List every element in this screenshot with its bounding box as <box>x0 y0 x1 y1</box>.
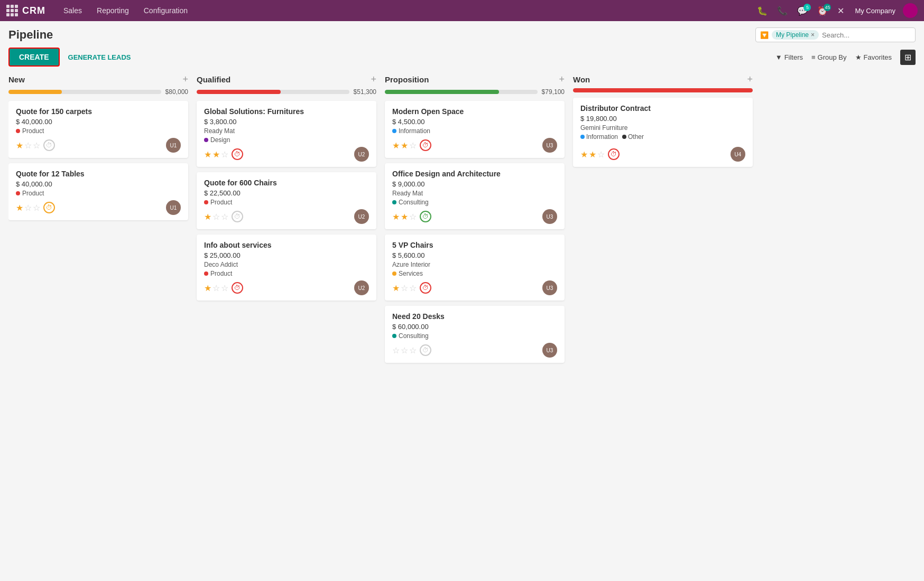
card-stars[interactable]: ★★☆ <box>392 140 417 151</box>
kanban-col-qualified: Qualified + $51,300 Global Solutions: Fu… <box>197 74 376 368</box>
card-stars[interactable]: ★★☆ <box>580 149 605 160</box>
favorites-button[interactable]: ★ Favorites <box>855 53 892 61</box>
clock-icon[interactable]: ⏰ 45 <box>814 4 831 18</box>
star-empty[interactable]: ☆ <box>24 140 32 151</box>
progress-fill-proposition <box>385 90 499 94</box>
star-empty[interactable]: ☆ <box>24 203 32 213</box>
card-stars[interactable]: ☆☆☆ <box>392 345 417 355</box>
activity-icon-green[interactable]: ⏱ <box>420 211 431 222</box>
col-add-won[interactable]: + <box>747 74 753 85</box>
star-empty[interactable]: ☆ <box>33 140 40 151</box>
tag-label: Services <box>399 270 423 277</box>
star-filled[interactable]: ★ <box>401 140 408 151</box>
filters-button[interactable]: ▼ Filters <box>775 53 803 61</box>
star-filled[interactable]: ★ <box>204 149 211 160</box>
apps-grid-icon[interactable] <box>6 5 18 16</box>
card-stars[interactable]: ★★☆ <box>204 149 228 160</box>
card-title: Distributor Contract <box>580 104 745 113</box>
card-title: 5 VP Chairs <box>392 241 557 249</box>
user-avatar[interactable] <box>903 3 918 18</box>
star-filled[interactable]: ★ <box>16 203 23 213</box>
kanban-card[interactable]: Quote for 600 Chairs $ 22,500.00 Product… <box>197 172 376 229</box>
star-empty[interactable]: ☆ <box>409 345 417 355</box>
star-filled[interactable]: ★ <box>580 149 588 160</box>
activity-icon-red[interactable]: ⏱ <box>232 148 243 160</box>
debug-icon[interactable]: 🐛 <box>754 4 771 18</box>
search-bar[interactable]: 🔽 My Pipeline × <box>755 27 916 42</box>
star-filled[interactable]: ★ <box>392 212 400 222</box>
star-empty[interactable]: ☆ <box>409 283 417 293</box>
phone-icon[interactable]: 📞 <box>774 4 791 18</box>
activity-icon-red[interactable]: ⏱ <box>608 148 620 160</box>
star-filled[interactable]: ★ <box>204 283 211 293</box>
kanban-card[interactable]: Modern Open Space $ 4,500.00 Information… <box>385 101 565 158</box>
toolbar: CREATE GENERATE LEADS ▼ Filters ≡ Group … <box>8 48 916 67</box>
generate-leads-button[interactable]: GENERATE LEADS <box>68 53 131 61</box>
star-empty[interactable]: ☆ <box>212 283 220 293</box>
card-stars[interactable]: ★☆☆ <box>204 212 228 222</box>
star-filled[interactable]: ★ <box>392 140 400 151</box>
star-empty[interactable]: ☆ <box>33 203 40 213</box>
card-stars[interactable]: ★☆☆ <box>16 140 40 151</box>
card-tag: Information <box>580 133 618 140</box>
card-title: Info about services <box>204 241 369 249</box>
star-filled[interactable]: ★ <box>589 149 596 160</box>
col-add-proposition[interactable]: + <box>559 74 565 85</box>
col-add-qualified[interactable]: + <box>371 74 376 85</box>
card-tag: Consulting <box>392 332 557 340</box>
star-empty[interactable]: ☆ <box>597 149 605 160</box>
kanban-view-button[interactable]: ⊞ <box>900 50 916 65</box>
kanban-card[interactable]: Distributor Contract $ 19,800.00 Gemini … <box>573 98 753 167</box>
main-menu: Sales Reporting Configuration <box>56 0 195 21</box>
chat-icon[interactable]: 💬 5 <box>794 4 811 18</box>
kanban-card[interactable]: Quote for 150 carpets $ 40,000.00 Produc… <box>8 101 188 158</box>
filter-tag-remove[interactable]: × <box>811 31 815 39</box>
star-empty[interactable]: ☆ <box>409 140 417 151</box>
kanban-card[interactable]: 5 VP Chairs $ 5,600.00 Azure Interior Se… <box>385 235 565 301</box>
groupby-button[interactable]: ≡ Group By <box>811 53 847 61</box>
card-amount: $ 4,500.00 <box>392 118 557 126</box>
kanban-card[interactable]: Quote for 12 Tables $ 40,000.00 Product … <box>8 163 188 220</box>
star-filled[interactable]: ★ <box>212 149 220 160</box>
col-add-new[interactable]: + <box>182 74 188 85</box>
kanban-card[interactable]: Info about services $ 25,000.00 Deco Add… <box>197 235 376 301</box>
star-empty[interactable]: ☆ <box>409 212 417 222</box>
star-empty[interactable]: ☆ <box>212 212 220 222</box>
col-header-proposition: Proposition + <box>385 74 565 85</box>
create-button[interactable]: CREATE <box>8 48 60 67</box>
star-filled[interactable]: ★ <box>401 212 408 222</box>
star-filled[interactable]: ★ <box>392 283 400 293</box>
activity-icon-gold[interactable]: ⏱ <box>43 202 55 213</box>
activity-icon-red[interactable]: ⏱ <box>420 139 431 151</box>
star-filled[interactable]: ★ <box>16 140 23 151</box>
kanban-board: New + $80,000 Quote for 150 carpets $ 40… <box>8 74 916 368</box>
activity-icon-red[interactable]: ⏱ <box>420 282 431 294</box>
nav-sales[interactable]: Sales <box>56 0 89 21</box>
card-stars[interactable]: ★★☆ <box>392 212 417 222</box>
card-title: Office Design and Architecture <box>392 170 557 178</box>
brand-logo[interactable]: CRM <box>22 5 45 16</box>
col-title-new: New <box>8 75 25 84</box>
company-name[interactable]: My Company <box>855 7 895 15</box>
kanban-card[interactable]: Need 20 Desks $ 60,000.00 Consulting ☆☆☆… <box>385 306 565 363</box>
kanban-card[interactable]: Global Solutions: Furnitures $ 3,800.00 … <box>197 101 376 167</box>
nav-reporting[interactable]: Reporting <box>89 0 136 21</box>
card-stars[interactable]: ★☆☆ <box>204 283 228 293</box>
star-empty[interactable]: ☆ <box>401 283 408 293</box>
card-company: Azure Interior <box>392 261 557 268</box>
star-empty[interactable]: ☆ <box>392 345 400 355</box>
close-icon[interactable]: ✕ <box>834 4 847 18</box>
activity-icon-red[interactable]: ⏱ <box>232 282 243 294</box>
star-filled[interactable]: ★ <box>204 212 211 222</box>
card-stars[interactable]: ★☆☆ <box>392 283 417 293</box>
tag-label: Other <box>628 133 644 140</box>
star-empty[interactable]: ☆ <box>221 283 228 293</box>
star-empty[interactable]: ☆ <box>221 212 228 222</box>
star-empty[interactable]: ☆ <box>221 149 228 160</box>
card-amount: $ 25,000.00 <box>204 251 369 259</box>
search-input[interactable] <box>822 31 911 39</box>
card-stars[interactable]: ★☆☆ <box>16 203 40 213</box>
star-empty[interactable]: ☆ <box>401 345 408 355</box>
kanban-card[interactable]: Office Design and Architecture $ 9,000.0… <box>385 163 565 229</box>
nav-configuration[interactable]: Configuration <box>136 0 195 21</box>
